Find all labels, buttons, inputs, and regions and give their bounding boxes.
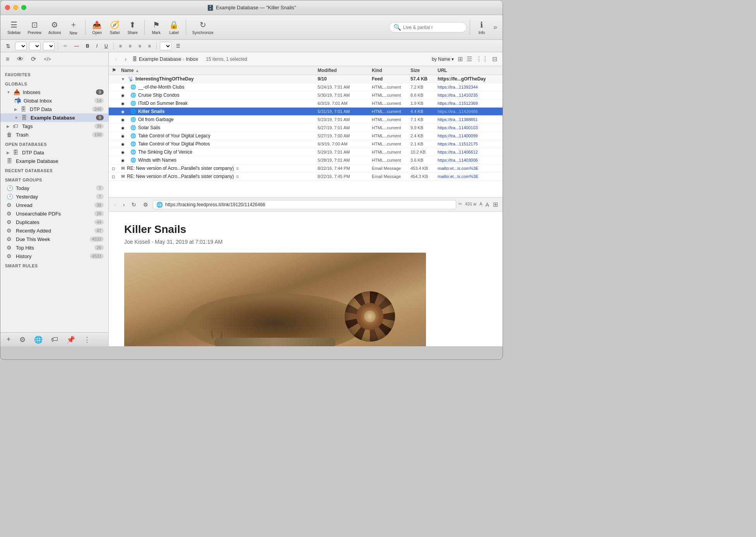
- column-view-btn[interactable]: ⋮⋮: [474, 55, 490, 63]
- safari-icon: 🧭: [110, 20, 120, 29]
- preview-button[interactable]: ⊡ Preview: [24, 19, 44, 36]
- col-header-modified[interactable]: Modified: [318, 68, 372, 73]
- file-row[interactable]: ◉ 🌐 The Sinking City of Venice 5/29/19, …: [109, 148, 503, 156]
- underline-button[interactable]: U: [102, 43, 110, 50]
- open-button[interactable]: 📤 Open: [89, 19, 106, 36]
- sidebar-item-unsearchable[interactable]: ⚙ Unsearchable PDFs 26: [0, 209, 108, 218]
- sidebar-item-recently-added[interactable]: ⚙ Recently Added 47: [0, 226, 108, 235]
- preview-back-button[interactable]: ‹: [112, 200, 118, 209]
- mark-button[interactable]: ⚑ Mark: [148, 19, 165, 36]
- sidebar-button[interactable]: ☰ Sidebar: [4, 19, 24, 36]
- sidebar-item-global-inbox[interactable]: 📬 Global Inbox 14: [0, 96, 108, 105]
- file-url: https://tra...11410235: [438, 93, 499, 97]
- sidebar-item-inboxes[interactable]: ▼ 📥 Inboxes 9: [0, 88, 108, 96]
- sidebar-item-example-database[interactable]: ▼ 🗄 Example Database 9: [0, 113, 108, 122]
- settings-button[interactable]: ⚙: [17, 335, 28, 345]
- font-family-select[interactable]: [15, 42, 27, 50]
- list-view-btn[interactable]: ☰: [465, 55, 474, 63]
- add-button[interactable]: +: [4, 335, 13, 344]
- pin-btn[interactable]: 📌: [64, 335, 77, 345]
- col-header-name[interactable]: Name ▲: [121, 68, 318, 73]
- font-size-select[interactable]: [29, 42, 41, 50]
- file-row[interactable]: ◉ 🌐 Cruise Ship Condos 5/30/19, 7:01 AM …: [109, 91, 503, 99]
- sidebar-item-trash[interactable]: 🗑 Trash 198: [0, 130, 108, 139]
- info-button[interactable]: ℹ Info: [473, 19, 490, 36]
- font-style-select[interactable]: [43, 42, 55, 50]
- file-row[interactable]: ◉ 🌐 Oil from Garbage 5/23/19, 7:01 AM HT…: [109, 116, 503, 124]
- sidebar: ≡ 👁 ⟳ </> Favorites Globals ▼ 📥 Inboxes …: [0, 52, 109, 346]
- file-row[interactable]: ◉ 🌐 Winds with Names 5/28/19, 7:01 AM HT…: [109, 156, 503, 164]
- nav-back-button[interactable]: ‹: [113, 55, 119, 63]
- disclosure-example: ▼: [14, 116, 18, 120]
- align-right-btn[interactable]: ≡: [136, 43, 144, 50]
- preview-url-bar[interactable]: 🌐 https://tracking.feedpress.it/link/191…: [153, 200, 456, 209]
- html-icon: 🌐: [130, 157, 136, 163]
- sidebar-item-tags[interactable]: ▶ 🏷 Tags 39: [0, 122, 108, 130]
- label-button[interactable]: 🔒 Label: [166, 19, 183, 36]
- preview-refresh-button[interactable]: ↻: [129, 200, 139, 209]
- preview-settings-button[interactable]: ⚙: [141, 200, 151, 209]
- sidebar-item-dtp-data[interactable]: ▶ 🗄 DTP Data 249: [0, 105, 108, 113]
- globe-btn[interactable]: 🌐: [32, 335, 45, 345]
- refresh-btn[interactable]: ⟳: [29, 54, 38, 64]
- align-left-btn[interactable]: ≡: [117, 43, 124, 50]
- nav-forward-button[interactable]: ›: [122, 55, 129, 63]
- bold-button[interactable]: B: [84, 43, 92, 50]
- sidebar-item-unread[interactable]: ⚙ Unread 39: [0, 201, 108, 209]
- file-row[interactable]: ◉ 🌐 Take Control of Your Digital Photos …: [109, 140, 503, 148]
- preview-columns-btn[interactable]: ⊞: [491, 200, 499, 209]
- sidebar-item-due-this-week[interactable]: ⚙ Due This Week 4533: [0, 235, 108, 243]
- share-button[interactable]: ⬆ Share: [124, 19, 141, 36]
- italic-button[interactable]: I: [94, 43, 100, 50]
- synchronize-button[interactable]: ↻ Synchronize: [189, 19, 217, 36]
- align-center-btn[interactable]: ≡: [127, 43, 134, 50]
- group-modified: 9/10: [318, 76, 372, 82]
- sidebar-item-yesterday[interactable]: 🕐 Yesterday 7: [0, 192, 108, 201]
- search-input[interactable]: [403, 25, 462, 30]
- sort-indicator: ▲: [135, 68, 139, 73]
- new-button[interactable]: ＋ New: [65, 18, 82, 37]
- sort-button[interactable]: by Name ▾: [432, 56, 454, 62]
- format-sort-btn[interactable]: ⇅: [3, 42, 13, 50]
- eye-btn[interactable]: 👁: [15, 55, 26, 64]
- col-header-url[interactable]: URL: [438, 68, 499, 73]
- sidebar-item-history[interactable]: ⚙ History 4533: [0, 252, 108, 260]
- cover-flow-btn[interactable]: ⊟: [491, 55, 499, 63]
- content-area: ‹ › 🗄 Example Database › Inbox 15 items,…: [109, 52, 503, 346]
- file-row[interactable]: ◉ 🌐 ITotD on Summer Break 6/3/19, 7:01 A…: [109, 99, 503, 108]
- search-field[interactable]: 🔍: [389, 22, 467, 32]
- file-row[interactable]: ◉ 🌐 Take Control of Your Digital Legacy …: [109, 132, 503, 140]
- file-row[interactable]: ◉ 🌐 Solar Sails 5/27/19, 7:01 AM HTML...…: [109, 124, 503, 132]
- col-header-kind[interactable]: Kind: [372, 68, 410, 73]
- group-row-interesting[interactable]: ▼ 📡 InterestingThingOfTheDay 9/10 Feed 5…: [109, 75, 503, 83]
- safari-button[interactable]: 🧭 Safari: [106, 19, 123, 36]
- minimize-button[interactable]: [13, 5, 18, 10]
- list-format-btn[interactable]: ☰: [174, 43, 183, 50]
- sidebar-item-today[interactable]: 🕐 Today 7: [0, 184, 108, 192]
- sidebar-item-duplicates[interactable]: ⚙ Duplicates 44: [0, 218, 108, 226]
- line-spacing-select[interactable]: [160, 42, 171, 50]
- col-header-size[interactable]: Size: [410, 68, 438, 73]
- file-row-email-2[interactable]: ◻ ✉ RE: New version of Acro...Parallel's…: [109, 173, 503, 181]
- more-button[interactable]: »: [492, 22, 499, 33]
- code-btn[interactable]: </>: [41, 55, 53, 63]
- pencil-icon[interactable]: ✏: [61, 43, 70, 50]
- align-justify-btn[interactable]: ≡: [146, 43, 153, 50]
- sidebar-item-example-database2[interactable]: 🗄 Example Database: [0, 157, 108, 165]
- tag-btn[interactable]: 🏷: [49, 335, 60, 344]
- preview-forward-button[interactable]: ›: [121, 200, 127, 209]
- list-view-btn[interactable]: ≡: [3, 55, 12, 64]
- file-row-email-1[interactable]: ◻ ✉ RE: New version of Acro...Parallel's…: [109, 164, 503, 173]
- icon-view-btn[interactable]: ⊞: [456, 55, 464, 63]
- file-row[interactable]: ◉ 🌐 __-of-the-Month Clubs 5/24/19, 7:01 …: [109, 83, 503, 91]
- maximize-button[interactable]: [21, 5, 26, 10]
- divider-btn[interactable]: ⋮: [81, 335, 93, 345]
- sidebar-item-top-hits[interactable]: ⚙ Top Hits 26: [0, 243, 108, 252]
- close-button[interactable]: [5, 5, 10, 10]
- actions-button[interactable]: ⚙ Actions: [45, 19, 64, 36]
- file-row-killer-snails[interactable]: ◉ 🌐 Killer Snails 5/31/19, 7:01 AM HTML.…: [109, 108, 503, 116]
- open-icon: 📤: [92, 20, 102, 29]
- strikethrough-icon[interactable]: —: [72, 43, 81, 50]
- file-size: 454.3 KB: [410, 174, 438, 179]
- sidebar-item-dtp-data2[interactable]: ▶ 🗄 DTP Data: [0, 148, 108, 157]
